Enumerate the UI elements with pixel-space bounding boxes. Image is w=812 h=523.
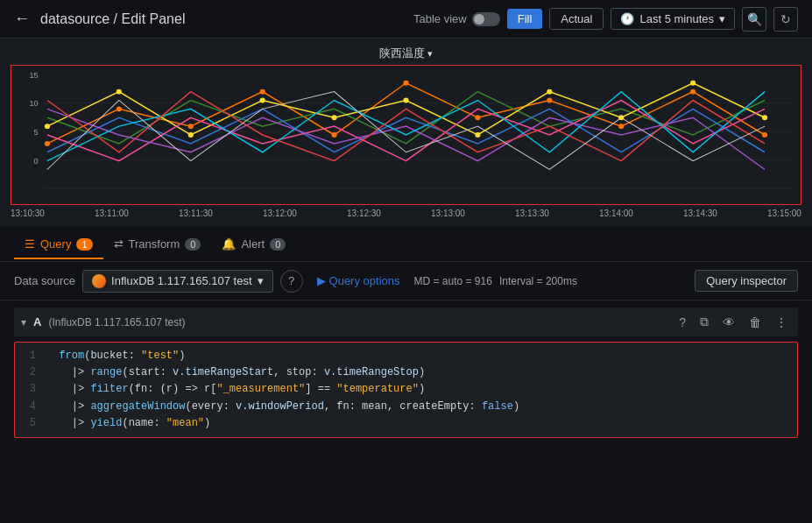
query-datasource-hint: (InfluxDB 1.117.165.107 test) <box>48 316 185 329</box>
svg-point-17 <box>618 124 624 129</box>
query-view-button[interactable]: 👁 <box>719 314 738 331</box>
query-inspector-button[interactable]: Query inspector <box>695 270 798 292</box>
query-panel: ▾ A (InfluxDB 1.117.165.107 test) ? ⧉ 👁 … <box>0 300 812 445</box>
svg-point-19 <box>762 132 767 138</box>
query-copy-button[interactable]: ⧉ <box>696 313 712 331</box>
x-label: 13:12:30 <box>347 208 381 218</box>
query-collapse-button[interactable]: ▾ <box>21 316 26 329</box>
svg-point-24 <box>332 115 337 120</box>
line-code: |> filter(fn: (r) => r["_measurement"] =… <box>46 381 425 398</box>
code-editor[interactable]: 1 from(bucket: "test") 2 |> range(start:… <box>14 342 798 438</box>
actual-button[interactable]: Actual <box>549 8 604 30</box>
svg-text:5: 5 <box>34 128 39 137</box>
datasource-select[interactable]: InfluxDB 1.117.165.107 test ▾ <box>82 270 272 293</box>
svg-point-28 <box>618 115 624 120</box>
x-label: 13:11:00 <box>95 208 129 218</box>
tab-alert[interactable]: 🔔 Alert 0 <box>211 230 296 259</box>
svg-point-9 <box>45 141 50 146</box>
svg-point-10 <box>117 106 122 111</box>
query-options-arrow-icon: ▶ <box>317 274 326 287</box>
header: ← datasource / Edit Panel Table view Fil… <box>0 0 812 39</box>
code-line-3: 3 |> filter(fn: (r) => r["_measurement"]… <box>22 381 790 398</box>
x-label: 13:15:00 <box>767 208 801 218</box>
line-number: 1 <box>22 348 36 364</box>
svg-point-18 <box>690 89 695 95</box>
x-label: 13:13:00 <box>431 208 465 218</box>
svg-point-13 <box>332 132 337 138</box>
back-button[interactable]: ← <box>14 10 30 28</box>
transform-tab-badge: 0 <box>185 238 201 251</box>
query-options-label: Query options <box>329 274 400 287</box>
time-range-label: Last 5 minutes <box>639 12 714 25</box>
query-toolbar: Data source InfluxDB 1.117.165.107 test … <box>0 262 812 300</box>
x-label: 13:14:30 <box>683 208 717 218</box>
code-line-4: 4 |> aggregateWindow(every: v.windowPeri… <box>22 399 790 415</box>
svg-point-20 <box>45 124 50 129</box>
page-title: datasource / Edit Panel <box>40 11 185 27</box>
svg-text:15: 15 <box>29 71 38 80</box>
svg-point-27 <box>547 89 552 95</box>
svg-point-23 <box>260 98 265 103</box>
line-code: |> range(start: v.timeRangeStart, stop: … <box>46 364 425 381</box>
svg-point-15 <box>475 115 480 120</box>
svg-point-26 <box>475 132 480 138</box>
query-options-button[interactable]: ▶ Query options <box>310 271 407 291</box>
x-axis-labels: 13:10:30 13:11:00 13:11:30 13:12:00 13:1… <box>11 207 801 220</box>
query-tab-badge: 1 <box>76 238 92 251</box>
clock-icon: 🕐 <box>620 12 634 25</box>
chart-area: 陕西温度 15 10 5 0 <box>0 39 812 227</box>
query-tab-icon: ☰ <box>25 237 35 251</box>
table-view-toggle: Table view <box>413 12 500 26</box>
tab-transform[interactable]: ⇄ Transform 0 <box>103 230 212 259</box>
query-header: ▾ A (InfluxDB 1.117.165.107 test) ? ⧉ 👁 … <box>14 307 798 336</box>
svg-point-12 <box>260 89 265 95</box>
svg-text:10: 10 <box>29 100 38 109</box>
code-line-5: 5 |> yield(name: "mean") <box>22 415 790 432</box>
chart-wrapper: 15 10 5 0 <box>11 65 801 205</box>
svg-point-21 <box>117 89 122 95</box>
help-button[interactable]: ? <box>280 270 303 293</box>
tabs-bar: ☰ Query 1 ⇄ Transform 0 🔔 Alert 0 <box>0 227 812 262</box>
interval-info: Interval = 200ms <box>499 275 577 287</box>
chevron-down-icon: ▾ <box>719 12 725 25</box>
query-label: A <box>33 315 41 329</box>
alert-tab-badge: 0 <box>270 238 286 251</box>
chart-title[interactable]: 陕西温度 <box>11 46 801 61</box>
transform-tab-icon: ⇄ <box>114 237 124 251</box>
line-code: |> yield(name: "mean") <box>46 415 210 432</box>
search-button[interactable]: 🔍 <box>742 7 766 32</box>
line-number: 4 <box>22 399 36 415</box>
svg-point-16 <box>547 98 552 103</box>
query-actions: ? ⧉ 👁 🗑 ⋮ <box>675 313 791 331</box>
time-range-button[interactable]: 🕐 Last 5 minutes ▾ <box>611 8 735 30</box>
x-label: 13:11:30 <box>179 208 213 218</box>
fill-button[interactable]: Fill <box>507 9 543 29</box>
query-delete-button[interactable]: 🗑 <box>745 314 765 331</box>
table-view-switch[interactable] <box>472 12 500 26</box>
code-line-2: 2 |> range(start: v.timeRangeStart, stop… <box>22 364 790 381</box>
alert-tab-label: Alert <box>241 237 265 251</box>
svg-point-22 <box>188 132 194 138</box>
transform-tab-label: Transform <box>129 237 180 251</box>
svg-point-11 <box>188 124 194 129</box>
line-code: from(bucket: "test") <box>46 348 185 364</box>
x-label: 13:14:00 <box>599 208 633 218</box>
query-tab-label: Query <box>40 237 71 251</box>
datasource-name: InfluxDB 1.117.165.107 test <box>111 274 251 287</box>
line-number: 3 <box>22 381 36 398</box>
svg-point-25 <box>403 98 408 103</box>
x-label: 13:12:00 <box>263 208 297 218</box>
x-label: 13:13:30 <box>515 208 549 218</box>
influxdb-icon <box>92 274 106 288</box>
tab-query[interactable]: ☰ Query 1 <box>14 230 103 259</box>
query-more-button[interactable]: ⋮ <box>772 314 791 331</box>
svg-point-30 <box>762 115 767 120</box>
table-view-label: Table view <box>413 12 467 25</box>
header-actions: Table view Fill Actual 🕐 Last 5 minutes … <box>413 7 798 32</box>
alert-tab-icon: 🔔 <box>222 237 236 251</box>
datasource-chevron-icon: ▾ <box>258 274 264 287</box>
line-number: 2 <box>22 364 36 381</box>
query-help-button[interactable]: ? <box>675 314 689 331</box>
refresh-button[interactable]: ↻ <box>773 7 798 32</box>
svg-point-29 <box>690 81 695 86</box>
